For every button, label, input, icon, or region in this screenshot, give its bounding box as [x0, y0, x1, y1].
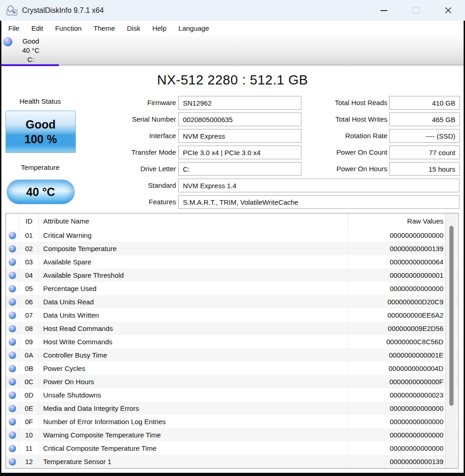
row-status-cell [6, 335, 19, 348]
attribute-raw-value: 00000000000000 [348, 415, 445, 428]
drive-tab-c[interactable]: Good 40 °C C: [1, 36, 61, 65]
smart-row-07[interactable]: 07Data Units Written000000000EE6A2 [6, 308, 458, 322]
attribute-name: Warning Composite Temperature Time [39, 428, 348, 442]
drive-status-orb-icon [3, 37, 12, 46]
row-status-cell [6, 375, 19, 388]
smart-row-01[interactable]: 01Critical Warning00000000000000 [6, 229, 458, 242]
row-status-cell [6, 442, 19, 455]
smart-row-0D[interactable]: 0DUnsafe Shutdowns00000000000023 [6, 388, 458, 402]
attribute-name: Controller Busy Time [39, 348, 348, 362]
vertical-scrollbar[interactable] [445, 213, 457, 468]
field-total-host-reads-value: 410 GB [389, 96, 460, 110]
row-status-cell [6, 388, 19, 402]
smart-row-12[interactable]: 12Temperature Sensor 100000000000139 [6, 455, 458, 468]
maximize-button[interactable] [405, 0, 426, 21]
attribute-name: Temperature Sensor 1 [39, 455, 348, 468]
attribute-name: Critical Composite Temperature Time [39, 442, 348, 455]
window-border-left [0, 21, 1, 476]
attribute-name: Media and Data Integrity Errors [39, 402, 348, 415]
health-status-indicator: Good 100 % [6, 111, 76, 153]
attribute-raw-value: 00000000000064 [348, 255, 445, 269]
attribute-name: Composite Temperature [39, 242, 348, 255]
menu-language[interactable]: Language [172, 21, 215, 36]
app-window: CrystalDiskInfo 9.7.1 x64 FileEditFuncti… [0, 0, 465, 476]
attribute-id: 12 [19, 455, 39, 468]
attribute-id: 02 [19, 242, 39, 255]
attribute-name: Percentage Used [39, 282, 348, 295]
smart-row-09[interactable]: 09Host Write Commands00000000C8C56D [6, 335, 458, 348]
row-status-cell [6, 428, 19, 442]
field-power-on-hours-label: Power On Hours [303, 162, 387, 176]
smart-row-05[interactable]: 05Percentage Used00000000000000 [6, 282, 458, 295]
drive-tab-strip: Good 40 °C C: [1, 36, 464, 66]
attribute-raw-value: 00000000000000 [348, 442, 445, 455]
smart-attribute-panel: ID Attribute Name Raw Values 01Critical … [6, 213, 459, 469]
status-orb-icon [9, 392, 16, 399]
minimize-button[interactable] [373, 0, 394, 21]
smart-row-0C[interactable]: 0CPower On Hours0000000000000F [6, 375, 458, 388]
row-status-cell [6, 308, 19, 322]
menu-bar: FileEditFunctionThemeDiskHelpLanguage [1, 21, 464, 36]
smart-row-04[interactable]: 04Available Spare Threshold0000000000000… [6, 269, 458, 282]
smart-row-10[interactable]: 10Warning Composite Temperature Time0000… [6, 428, 458, 442]
field-features-value: S.M.A.R.T., TRIM, VolatileWriteCache [178, 195, 459, 209]
field-standard-value: NVM Express 1.4 [178, 179, 459, 192]
attribute-name: Available Spare Threshold [39, 269, 348, 282]
menu-help[interactable]: Help [146, 21, 172, 36]
smart-row-0A[interactable]: 0AController Busy Time0000000000001E [6, 348, 458, 362]
field-rotation-rate-label: Rotation Rate [303, 129, 387, 143]
temperature-value: 40 °C [26, 185, 55, 199]
menu-disk[interactable]: Disk [121, 21, 146, 36]
status-orb-icon [9, 352, 16, 359]
attribute-raw-value: 00000000000000 [348, 229, 445, 242]
header-raw-values: Raw Values [348, 213, 445, 229]
status-orb-icon [9, 232, 16, 239]
row-status-cell [6, 402, 19, 415]
app-disk-magnifier-icon [6, 5, 18, 17]
field-transfer-mode-label: Transfer Mode [92, 146, 176, 159]
minimize-icon [380, 10, 387, 11]
scrollbar-thumb[interactable] [449, 226, 454, 406]
attribute-name: Host Write Commands [39, 335, 348, 348]
attribute-id: 08 [19, 322, 39, 335]
health-status-value: Good [26, 119, 56, 130]
drive-model-title: NX-512 2280 : 512.1 GB [0, 73, 465, 88]
attribute-raw-value: 00000000000001 [348, 269, 445, 282]
row-status-cell [6, 282, 19, 295]
row-status-cell [6, 362, 19, 375]
smart-row-11[interactable]: 11Critical Composite Temperature Time000… [6, 442, 458, 455]
field-standard-label: Standard [92, 179, 176, 192]
attribute-raw-value: 00000000C8C56D [348, 335, 445, 348]
smart-row-08[interactable]: 08Host Read Commands000000009E2D56 [6, 322, 458, 335]
smart-row-02[interactable]: 02Composite Temperature00000000000139 [6, 242, 458, 255]
menu-function[interactable]: Function [49, 21, 88, 36]
menu-edit[interactable]: Edit [25, 21, 49, 36]
status-orb-icon [9, 338, 16, 346]
smart-row-03[interactable]: 03Available Spare00000000000064 [6, 255, 458, 269]
attribute-id: 03 [19, 255, 39, 269]
attribute-id: 0D [19, 388, 39, 402]
attribute-id: 10 [19, 428, 39, 442]
close-icon [445, 7, 452, 14]
smart-row-0B[interactable]: 0BPower Cycles0000000000004D [6, 362, 458, 375]
field-power-on-hours-value: 15 hours [389, 162, 460, 176]
health-status-percent: 100 % [24, 134, 57, 145]
drive-tab-status: Good [18, 37, 44, 46]
health-status-label: Health Status [3, 97, 78, 105]
attribute-raw-value: 00000000000000 [348, 402, 445, 415]
smart-row-06[interactable]: 06Data Units Read000000000D20C9 [6, 295, 458, 308]
attribute-raw-value: 0000000000000F [348, 375, 445, 388]
status-orb-icon [9, 405, 16, 412]
field-total-host-reads-label: Total Host Reads [303, 96, 387, 110]
smart-row-0F[interactable]: 0FNumber of Error Information Log Entrie… [6, 415, 458, 428]
attribute-raw-value: 000000000EE6A2 [348, 308, 445, 322]
temperature-label: Temperature [3, 163, 78, 171]
menu-theme[interactable]: Theme [88, 21, 121, 36]
smart-row-0E[interactable]: 0EMedia and Data Integrity Errors0000000… [6, 402, 458, 415]
status-orb-icon [9, 418, 16, 426]
menu-file[interactable]: File [2, 21, 25, 36]
smart-table-body: 01Critical Warning0000000000000002Compos… [6, 229, 458, 468]
close-button[interactable] [437, 0, 459, 21]
row-status-cell [6, 322, 19, 335]
status-orb-icon [9, 245, 16, 252]
